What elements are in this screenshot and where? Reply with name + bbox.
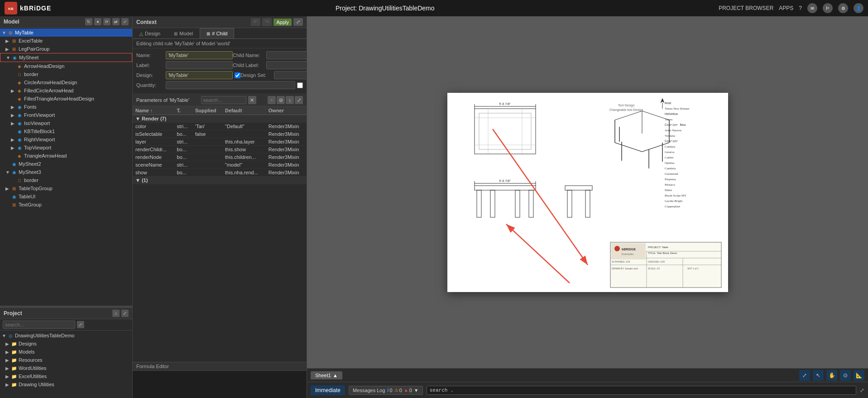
project-search-input[interactable]: [3, 321, 75, 329]
table-row[interactable]: isSelectable bo... false Render3Mixin: [133, 130, 307, 138]
tree-item-models[interactable]: ▶ 📁 Models: [0, 348, 132, 356]
tree-item-excelutilities[interactable]: ▶ 📁 ExcelUtilities: [0, 372, 132, 380]
tree-item-filledtriangle[interactable]: ◈ FilledTriangleArrowHeadDesign: [0, 95, 132, 103]
undo-button[interactable]: ↶: [251, 18, 260, 26]
viewer-fullscreen-btn[interactable]: ⤢: [799, 370, 810, 381]
viewer-controls: ⤢ ↖ ✋ ⊙ 📐: [799, 370, 864, 381]
tree-item-mysheet2[interactable]: ◉ MySheet2: [0, 160, 132, 168]
table-row[interactable]: sceneName stri... "model" Render3Mixin: [133, 161, 307, 169]
project-expand2-icon[interactable]: ⤢: [77, 321, 84, 328]
param-type-color: stri...: [174, 123, 192, 130]
user-icon[interactable]: 👤: [854, 3, 863, 13]
model-expand-icon[interactable]: ⤢: [121, 18, 129, 25]
params-sort-btn[interactable]: ↕: [286, 96, 294, 104]
col-owner[interactable]: Owner: [266, 106, 307, 115]
params-add-btn[interactable]: +: [268, 96, 276, 104]
tree-item-designs[interactable]: ▶ 📁 Designs: [0, 340, 132, 348]
tree-item-circlearrow[interactable]: ◈ CircleArrowHeadDesign: [0, 78, 132, 86]
tree-item-wordutilities[interactable]: ▶ 📁 WordUtilities: [0, 364, 132, 372]
tree-item-rightviewport[interactable]: ▶ ◉ RightViewport: [0, 135, 132, 144]
tab-design[interactable]: △ Design: [133, 28, 167, 38]
tree-item-frontviewport[interactable]: ▶ ◉ FrontViewport: [0, 111, 132, 119]
label-input[interactable]: [166, 61, 233, 69]
params-filter-btn[interactable]: ⊘: [277, 96, 285, 104]
viewer-select-btn[interactable]: ⊙: [840, 370, 851, 381]
apply-button[interactable]: Apply: [273, 19, 292, 26]
tree-item-tabletopgroup[interactable]: ▶ ⊞ TableTopGroup: [0, 184, 132, 192]
tree-item-resources[interactable]: ▶ 📁 Resources: [0, 356, 132, 364]
params-search-input[interactable]: [201, 96, 246, 104]
svg-text:Candara: Candara: [665, 145, 676, 149]
expand-viewer-btn[interactable]: ⤢: [860, 387, 864, 393]
tree-item-drawingutilities[interactable]: ▶ 📁 Drawing Utilities: [0, 380, 132, 388]
tree-item-topviewport[interactable]: ▶ ◉ TopViewport: [0, 144, 132, 152]
group-toggle-render[interactable]: ▼: [135, 116, 140, 121]
project-home-icon[interactable]: ⌂: [112, 310, 120, 317]
label-tg: TextGroup: [19, 202, 42, 207]
model-circle-icon[interactable]: ●: [94, 18, 101, 25]
tree-item-trianglearrow[interactable]: ◈ TriangleArrowHead: [0, 152, 132, 160]
viewer-area: 5'-6 7/8": [307, 16, 868, 368]
quantity-checkbox[interactable]: [297, 82, 303, 88]
arrow-fc: ▶: [11, 88, 16, 93]
model-refresh-icon[interactable]: ↻: [85, 18, 92, 25]
tab-model[interactable]: ⊞ Model: [167, 28, 200, 38]
settings-icon[interactable]: ⚙: [838, 3, 848, 13]
viewer-measure-btn[interactable]: 📐: [854, 370, 864, 381]
arrow-ca: [11, 80, 16, 85]
tree-item-border[interactable]: □ border: [0, 70, 132, 78]
project-browser-link[interactable]: PROJECT BROWSER: [719, 5, 773, 11]
formula-body[interactable]: [133, 371, 307, 398]
help-link[interactable]: ?: [799, 5, 802, 11]
table-row[interactable]: layer stri... this.nha.layer Render3Mixi…: [133, 138, 307, 146]
viewer-pan-btn[interactable]: ✋: [826, 370, 837, 381]
col-supplied[interactable]: Supplied: [192, 106, 222, 115]
col-name[interactable]: Name ↑: [133, 106, 174, 115]
tree-item-fonts[interactable]: ▶ ◉ Fonts: [0, 103, 132, 111]
label-wu: WordUtilities: [19, 365, 47, 371]
sheet-tab[interactable]: Sheet1 ▲: [311, 371, 342, 379]
design-input[interactable]: [166, 71, 233, 79]
tree-item-kbtitleblock[interactable]: ◉ KBTitleBlock1: [0, 127, 132, 135]
viewer-cursor-btn[interactable]: ↖: [813, 370, 824, 381]
tree-item-border3[interactable]: □ border: [0, 176, 132, 184]
messages-log[interactable]: Messages Log ℹ 0 ⚠ 0 ▲ 0 ▼: [349, 386, 423, 395]
apps-link[interactable]: APPS: [779, 5, 793, 11]
redo-button[interactable]: ↷: [262, 18, 272, 26]
warning-icon: ⚠: [394, 388, 398, 393]
model-reload-icon[interactable]: ⟳: [103, 18, 110, 25]
immediate-input[interactable]: [427, 386, 856, 395]
table-row[interactable]: renderChildr... bo... this.show Render3M…: [133, 146, 307, 153]
params-clear-btn[interactable]: ✕: [248, 96, 256, 104]
flag-icon[interactable]: 🏳: [823, 3, 833, 13]
params-expand-btn[interactable]: ⤢: [295, 96, 303, 104]
group-toggle-1[interactable]: ▼: [135, 177, 140, 183]
col-default[interactable]: Default: [222, 106, 266, 115]
design-checkbox[interactable]: [235, 72, 240, 78]
tree-item-tableui[interactable]: ◉ TableUI: [0, 192, 132, 201]
model-sync-icon[interactable]: ⇄: [112, 18, 120, 25]
name-input[interactable]: [166, 51, 233, 59]
tree-item-project-root[interactable]: ▼ ◎ DrawingUtilitiesTableDemo: [0, 331, 132, 340]
tree-item-mysheet[interactable]: ▼ ◉ MySheet: [0, 53, 132, 62]
context-expand-button[interactable]: ⤢: [293, 18, 303, 26]
tree-item-textgroup[interactable]: ⊞ TextGroup: [0, 201, 132, 209]
table-row[interactable]: show bo... this.nha.rend... Render3Mixin: [133, 169, 307, 177]
col-type[interactable]: T.: [174, 106, 192, 115]
table-row[interactable]: renderNode bo... this.children... Render…: [133, 153, 307, 161]
tree-item-exceltable[interactable]: ▶ ⊞ ExcelTable: [0, 37, 132, 45]
table-row[interactable]: color stri... 'Tan' "Default" Render3Mix…: [133, 123, 307, 130]
svg-text:CHECKED: 1/25: CHECKED: 1/25: [648, 260, 665, 263]
immediate-label[interactable]: Immediate: [311, 385, 345, 395]
messages-expand-icon[interactable]: ▼: [414, 388, 419, 393]
tree-item-isoviewport[interactable]: ▶ ◉ IsoViewport: [0, 119, 132, 127]
tree-item-arrowheaddesign[interactable]: ◈ ArrowHeadDesign: [0, 62, 132, 70]
tree-item-mysheet3[interactable]: ▼ ◉ MySheet3: [0, 168, 132, 176]
mail-icon[interactable]: ✉: [807, 3, 817, 13]
tree-item-mytable[interactable]: ▼ ⊞ MyTable: [0, 29, 132, 37]
tree-item-filledcircle[interactable]: ▶ ◈ FilledCircleArrowHead: [0, 86, 132, 95]
quantity-input[interactable]: [166, 81, 295, 89]
tree-item-legpairgroup[interactable]: ▶ ⊞ LegPairGroup: [0, 45, 132, 53]
project-expand-icon[interactable]: ⤢: [121, 310, 129, 317]
tab-child[interactable]: ⊞ # Child: [200, 28, 234, 38]
